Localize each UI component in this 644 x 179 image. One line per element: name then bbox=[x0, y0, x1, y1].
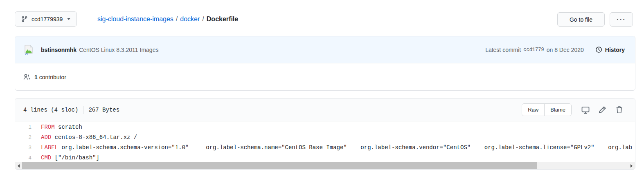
code-line: 4 CMD ["/bin/bash"] bbox=[15, 153, 635, 162]
line-number[interactable]: 2 bbox=[15, 132, 32, 143]
file-actions: Raw Blame bbox=[522, 103, 628, 116]
scrollbar-thumb[interactable] bbox=[22, 162, 537, 169]
code-line: 1 FROM scratch bbox=[15, 122, 635, 132]
latest-commit-meta: Latest commit ccd1779 on 8 Dec 2020 Hist… bbox=[485, 46, 625, 53]
branch-selector-button[interactable]: ccd1779939 bbox=[15, 11, 77, 27]
code-text: LABEL org.label-schema.schema-version="1… bbox=[41, 143, 632, 153]
pencil-icon bbox=[599, 106, 606, 114]
divider bbox=[83, 106, 83, 114]
trash-icon bbox=[615, 106, 623, 114]
horizontal-scrollbar[interactable] bbox=[15, 162, 635, 169]
code-rest: org.label-schema.schema-version="1.0" or… bbox=[58, 144, 632, 151]
delete-file-button[interactable] bbox=[615, 106, 623, 114]
triangle-right-icon bbox=[630, 164, 633, 168]
code-keyword: LABEL bbox=[41, 144, 58, 151]
commit-summary-box: bstinsonmhk CentOS Linux 8.3.2011 Images… bbox=[15, 36, 635, 91]
code-rest: centos-8-x86_64.tar.xz / bbox=[51, 134, 137, 141]
breadcrumb-repo-link[interactable]: sig-cloud-instance-images bbox=[97, 16, 173, 23]
line-number[interactable]: 3 bbox=[15, 143, 32, 153]
history-link[interactable]: History bbox=[595, 46, 625, 53]
triangle-left-icon bbox=[18, 164, 20, 168]
history-clock-icon bbox=[595, 46, 602, 53]
code-keyword: CMD bbox=[41, 154, 51, 161]
commit-message[interactable]: CentOS Linux 8.3.2011 Images bbox=[79, 47, 158, 53]
contributors-row[interactable]: 1 contributor bbox=[15, 63, 635, 91]
breadcrumb-dir-link[interactable]: docker bbox=[180, 16, 200, 23]
file-lines-info: 4 lines (4 sloc) bbox=[23, 107, 78, 113]
history-label: History bbox=[605, 47, 625, 53]
device-desktop-icon bbox=[581, 106, 590, 114]
commit-sha: ccd1779 bbox=[523, 47, 544, 53]
code-rest: scratch bbox=[55, 124, 82, 130]
contributor-label: contributor bbox=[39, 74, 66, 81]
scrollbar-right-arrow[interactable] bbox=[628, 162, 635, 169]
latest-commit-label: Latest commit bbox=[485, 47, 521, 53]
chevron-down-icon bbox=[67, 18, 70, 20]
code-text: CMD ["/bin/bash"] bbox=[41, 153, 99, 162]
go-to-file-button[interactable]: Go to file bbox=[557, 12, 605, 27]
code-text: ADD centos-8-x86_64.tar.xz / bbox=[41, 132, 137, 143]
avatar[interactable] bbox=[23, 44, 34, 56]
code-view: 1 FROM scratch 2 ADD centos-8-x86_64.tar… bbox=[15, 121, 635, 162]
code-keyword: FROM bbox=[41, 124, 55, 130]
breadcrumb-current-file: Dockerfile bbox=[207, 16, 238, 23]
open-in-desktop-button[interactable] bbox=[581, 106, 590, 114]
git-branch-icon bbox=[21, 16, 28, 22]
breadcrumb: sig-cloud-instance-images / docker / Doc… bbox=[97, 11, 238, 27]
latest-commit-header: bstinsonmhk CentOS Linux 8.3.2011 Images… bbox=[15, 36, 635, 63]
file-size-info: 267 Bytes bbox=[88, 107, 119, 113]
branch-name-label: ccd1779939 bbox=[32, 16, 63, 22]
commit-date: on 8 Dec 2020 bbox=[547, 47, 584, 53]
line-number[interactable]: 4 bbox=[15, 153, 32, 162]
edit-file-button[interactable] bbox=[599, 106, 606, 114]
code-line: 3 LABEL org.label-schema.schema-version=… bbox=[15, 143, 635, 153]
contributor-count: 1 bbox=[34, 74, 38, 81]
breadcrumb-separator: / bbox=[202, 16, 204, 23]
file-content-panel: 4 lines (4 sloc) 267 Bytes Raw Blame bbox=[15, 98, 635, 170]
more-options-button[interactable]: ··· bbox=[610, 12, 633, 27]
file-info: 4 lines (4 sloc) 267 Bytes bbox=[23, 106, 119, 114]
raw-blame-button-group: Raw Blame bbox=[522, 103, 572, 116]
file-header: 4 lines (4 sloc) 267 Bytes Raw Blame bbox=[15, 98, 635, 121]
code-rest: ["/bin/bash"] bbox=[51, 154, 99, 161]
code-keyword: ADD bbox=[41, 134, 51, 141]
commit-author-link[interactable]: bstinsonmhk bbox=[41, 47, 77, 53]
line-number[interactable]: 1 bbox=[15, 122, 32, 132]
breadcrumb-separator: / bbox=[176, 16, 178, 23]
kebab-icon: ··· bbox=[617, 18, 626, 22]
people-icon bbox=[23, 74, 31, 81]
scrollbar-left-arrow[interactable] bbox=[15, 162, 22, 169]
code-text: FROM scratch bbox=[41, 122, 82, 132]
blame-button[interactable]: Blame bbox=[544, 104, 571, 116]
code-line: 2 ADD centos-8-x86_64.tar.xz / bbox=[15, 132, 635, 143]
raw-button[interactable]: Raw bbox=[522, 104, 544, 116]
